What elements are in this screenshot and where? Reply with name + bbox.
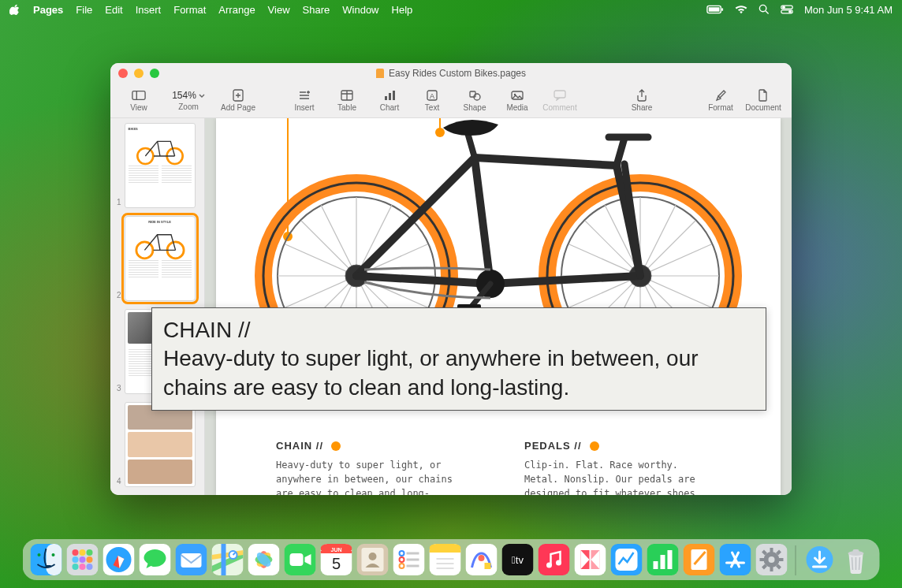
svg-rect-22 [385, 96, 387, 100]
window-zoom-button[interactable] [150, 69, 159, 78]
menubar-item-file[interactable]: File [76, 4, 92, 16]
svg-point-34 [136, 242, 152, 259]
dock-maps-icon[interactable] [212, 544, 244, 575]
svg-rect-9 [132, 91, 145, 100]
toolbar-chart-button[interactable]: Chart [369, 85, 410, 117]
menubar-clock[interactable]: Mon Jun 5 9:41 AM [804, 4, 893, 16]
section-heading-pedals: PEDALS // [524, 440, 582, 452]
dock-safari-icon[interactable] [103, 544, 135, 575]
dock-downloads-icon[interactable] [804, 544, 836, 575]
window-title: Easy Rides Custom Bikes.pages [389, 68, 526, 79]
toolbar-media-button[interactable]: Media [497, 85, 538, 117]
sidebar-icon [132, 89, 146, 102]
toolbar-insert-button[interactable]: Insert [284, 85, 325, 117]
menubar-item-view[interactable]: View [268, 4, 290, 16]
svg-rect-124 [654, 561, 658, 569]
svg-point-64 [38, 553, 41, 556]
dock-tv-icon[interactable]: tv [502, 544, 534, 575]
menubar-item-insert[interactable]: Insert [136, 4, 162, 16]
toolbar-share-button[interactable]: Share [621, 85, 662, 117]
svg-rect-23 [389, 93, 391, 100]
dock-news-icon[interactable] [575, 544, 606, 575]
svg-line-139 [777, 551, 781, 554]
page-surface: CHAIN // Heavy-duty to super light, or a… [216, 118, 781, 495]
menubar-item-edit[interactable]: Edit [105, 4, 122, 16]
apple-menu-icon[interactable] [9, 4, 20, 15]
svg-rect-117 [539, 544, 570, 575]
dock-numbers-icon[interactable] [647, 544, 679, 575]
dock-pages-icon[interactable] [684, 544, 715, 575]
svg-point-118 [546, 563, 552, 568]
svg-point-70 [73, 556, 79, 563]
svg-rect-31 [554, 91, 565, 98]
callout-dot [331, 441, 341, 451]
svg-rect-63 [47, 544, 62, 575]
menubar-item-window[interactable]: Window [342, 4, 378, 16]
svg-point-75 [87, 564, 93, 570]
page-thumbnail-4[interactable] [125, 402, 196, 487]
dock-messages-icon[interactable] [140, 544, 171, 575]
svg-line-138 [777, 565, 781, 568]
shape-icon [468, 89, 481, 102]
toolbar-shape-button[interactable]: Shape [454, 85, 495, 117]
dock-music-icon[interactable] [539, 544, 570, 575]
svg-rect-90 [290, 553, 304, 566]
svg-rect-144 [853, 549, 859, 553]
toolbar-zoom-dropdown[interactable]: 154% Zoom [161, 85, 216, 117]
dock-freeform-icon[interactable] [466, 544, 498, 575]
menubar-item-help[interactable]: Help [392, 4, 413, 16]
svg-rect-24 [393, 91, 395, 100]
dock-reminders-icon[interactable] [393, 544, 425, 575]
svg-line-4 [766, 11, 769, 14]
comment-icon [554, 89, 566, 102]
svg-text:5: 5 [332, 555, 341, 572]
hover-text-body: Heavy-duty to super light, or anywhere i… [163, 344, 755, 402]
dock-trash-icon[interactable] [840, 544, 872, 575]
dock-stocks-icon[interactable] [611, 544, 643, 575]
toolbar-table-button[interactable]: Table [326, 85, 367, 117]
toolbar-text-button[interactable]: A Text [412, 85, 453, 117]
dock-contacts-icon[interactable] [357, 544, 389, 575]
window-minimize-button[interactable] [134, 69, 144, 78]
toolbar-document-button[interactable]: Document [743, 85, 784, 117]
spotlight-icon[interactable] [758, 4, 770, 15]
svg-rect-120 [575, 544, 606, 575]
toolbar-view-button[interactable]: View [118, 85, 159, 117]
dock-photos-icon[interactable] [248, 544, 280, 575]
toolbar: View 154% Zoom Add Page Insert Table [110, 84, 792, 118]
menubar-app-name[interactable]: Pages [33, 4, 63, 16]
document-canvas[interactable]: CHAIN // Heavy-duty to super light, or a… [205, 118, 792, 495]
dock-launchpad-icon[interactable] [67, 544, 99, 575]
dock-notes-icon[interactable] [430, 544, 461, 575]
page-thumbnail-1[interactable]: BIKES [125, 123, 196, 208]
dock-calendar-icon[interactable]: JUN5 [321, 544, 352, 575]
menubar-item-arrange[interactable]: Arrange [218, 4, 255, 16]
menubar-item-share[interactable]: Share [303, 4, 330, 16]
page-thumbnail-2[interactable]: RIDE IN STYLE [125, 216, 196, 301]
page-thumbnails-sidebar: 1 BIKES 2 RIDE IN STYLE 3 [110, 118, 205, 495]
menubar-item-format[interactable]: Format [173, 4, 206, 16]
dock-finder-icon[interactable] [31, 544, 62, 575]
window-close-button[interactable] [118, 69, 128, 78]
dock-settings-icon[interactable] [756, 544, 788, 575]
section-body-chain[interactable]: Heavy-duty to super light, or anywhere i… [276, 458, 465, 495]
wifi-icon[interactable] [735, 5, 747, 14]
plus-page-icon [233, 89, 244, 102]
table-icon [341, 89, 353, 102]
control-center-icon[interactable] [781, 5, 793, 14]
dock-mail-icon[interactable] [176, 544, 207, 575]
toolbar-add-page-button[interactable]: Add Page [218, 85, 259, 117]
section-body-pedals[interactable]: Clip-in. Flat. Race worthy. Metal. Nonsl… [524, 458, 714, 495]
traffic-lights [118, 69, 159, 78]
toolbar-format-button[interactable]: Format [700, 85, 741, 117]
toolbar-comment-button: Comment [539, 85, 580, 117]
svg-point-68 [80, 549, 86, 556]
battery-icon[interactable] [706, 5, 724, 14]
svg-line-147 [859, 557, 860, 570]
window-titlebar: Easy Rides Custom Bikes.pages [110, 63, 792, 84]
dock-appstore-icon[interactable] [720, 544, 751, 575]
svg-rect-125 [661, 555, 665, 569]
svg-point-72 [87, 556, 93, 563]
chart-icon [383, 89, 396, 102]
dock-facetime-icon[interactable] [285, 544, 316, 575]
